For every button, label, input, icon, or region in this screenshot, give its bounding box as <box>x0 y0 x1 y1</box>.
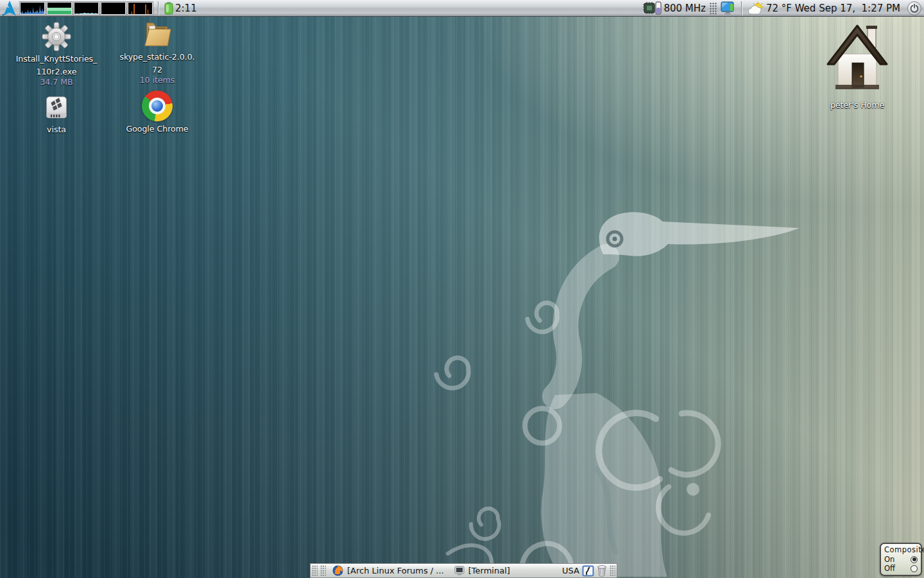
wallpaper <box>0 0 924 578</box>
logout-power-button[interactable] <box>907 1 921 15</box>
panel-separator <box>741 1 742 15</box>
icon-label: vista <box>47 125 66 135</box>
cpu-history-graph[interactable] <box>20 2 45 15</box>
arch-linux-logo-icon[interactable] <box>1 1 18 16</box>
taskbar-task-firefox[interactable]: [Arch Linux Forums / ... <box>329 565 448 577</box>
cpu-frequency-label: 800 MHz <box>663 3 706 14</box>
icon-size-label: 34.7 MB <box>40 77 73 87</box>
icon-label: skype_static-2.0.0. <box>119 52 194 62</box>
composite-switcher: Composite On Off <box>880 543 922 576</box>
weather-icon[interactable] <box>748 1 764 15</box>
desktop-icon-vista-drive[interactable]: vista <box>5 94 108 135</box>
desktop-screen: 2:11 800 MHz <box>0 0 924 578</box>
disk-io-graph[interactable] <box>128 2 153 15</box>
panel-drag-handle[interactable] <box>710 3 717 14</box>
battery-icon[interactable] <box>164 2 173 15</box>
keyboard-layout-switcher-icon[interactable] <box>582 565 594 577</box>
desktop-icon-skype-folder[interactable]: skype_static-2.0.0. 72 10 items <box>106 20 209 85</box>
desktop-icon-google-chrome[interactable]: Google Chrome <box>106 91 209 134</box>
icon-label: Install_KnyttStories_ <box>16 54 98 64</box>
chrome-icon <box>142 91 173 121</box>
icon-label-line2: 110r2.exe <box>36 67 76 77</box>
system-monitor-icon[interactable] <box>721 1 736 15</box>
heron-wallpaper-art <box>411 193 809 578</box>
composite-option-off[interactable]: Off <box>884 564 918 573</box>
desktop-icon-peters-home[interactable]: peter's Home <box>806 18 909 110</box>
composite-on-label: On <box>884 555 894 564</box>
icon-label: peter's Home <box>830 100 884 110</box>
open-folder-icon <box>142 20 172 49</box>
taskbar-drag-handle-2[interactable] <box>320 565 326 576</box>
memory-usage-graph[interactable] <box>47 2 72 15</box>
gear-executable-icon <box>42 22 71 51</box>
trash-icon[interactable] <box>597 565 607 577</box>
taskbar-resize-handle[interactable] <box>610 565 615 576</box>
taskbar-drag-handle[interactable] <box>312 565 318 576</box>
panel-separator <box>158 1 159 15</box>
task-label: [Terminal] <box>468 566 510 575</box>
top-panel: 2:11 800 MHz <box>0 0 924 17</box>
firefox-icon <box>332 565 343 576</box>
composite-on-radio[interactable] <box>911 556 918 563</box>
composite-off-radio[interactable] <box>911 565 918 572</box>
composite-title: Composite <box>884 545 918 554</box>
hard-drive-windows-icon <box>44 94 69 122</box>
composite-off-label: Off <box>884 564 895 573</box>
task-label: [Arch Linux Forums / ... <box>347 566 444 575</box>
taskbar: [Arch Linux Forums / ... [Terminal] USA <box>310 563 617 578</box>
network-graph[interactable] <box>74 2 99 15</box>
composite-option-on[interactable]: On <box>884 555 918 564</box>
taskbar-task-terminal[interactable]: [Terminal] <box>450 565 514 576</box>
weather-clock-label: 72 °F Wed Sep 17, 1:27 PM <box>766 3 900 14</box>
cpu-frequency-icon[interactable] <box>642 1 662 15</box>
keyboard-layout-label[interactable]: USA <box>562 566 579 575</box>
desktop-icon-installer[interactable]: Install_KnyttStories_ 110r2.exe 34.7 MB <box>5 22 108 87</box>
battery-time-label: 2:11 <box>175 3 197 14</box>
terminal-icon <box>454 566 465 575</box>
icon-label-line2: 72 <box>152 65 162 75</box>
swap-graph[interactable] <box>101 2 126 15</box>
house-icon <box>825 18 889 98</box>
icon-count-label: 10 items <box>140 75 175 85</box>
icon-label: Google Chrome <box>126 124 188 134</box>
